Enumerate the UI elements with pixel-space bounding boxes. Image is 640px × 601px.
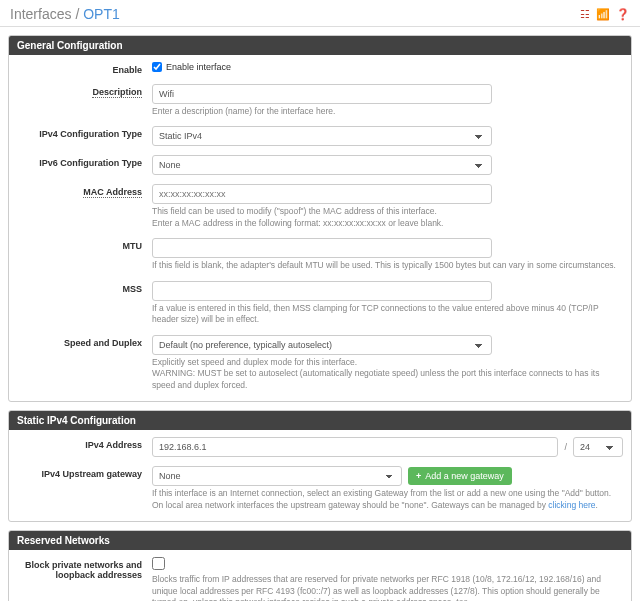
block-private-help: Blocks traffic from IP addresses that ar…	[152, 574, 623, 601]
gateway-help: If this interface is an Internet connect…	[152, 488, 623, 511]
gateway-help-link[interactable]: clicking here	[548, 500, 595, 510]
cidr-slash: /	[562, 442, 569, 452]
block-private-checkbox[interactable]	[152, 557, 165, 570]
description-help: Enter a description (name) for the inter…	[152, 106, 623, 117]
mtu-input[interactable]	[152, 238, 492, 258]
enable-checkbox-label: Enable interface	[166, 62, 231, 72]
panel-header-reserved: Reserved Networks	[9, 531, 631, 550]
label-description: Description	[92, 87, 142, 98]
label-ipv4addr: IPv4 Address	[17, 437, 152, 450]
cidr-select[interactable]: 24	[573, 437, 623, 457]
add-gateway-label: Add a new gateway	[425, 471, 504, 481]
label-mtu: MTU	[17, 238, 152, 251]
label-block-private: Block private networks and loopback addr…	[17, 557, 152, 580]
panel-general: General Configuration Enable Enable inte…	[8, 35, 632, 402]
add-gateway-button[interactable]: + Add a new gateway	[408, 467, 512, 485]
label-enable: Enable	[17, 62, 152, 75]
label-ipv6type: IPv6 Configuration Type	[17, 155, 152, 168]
breadcrumb: Interfaces / OPT1 ☷ 📶 ❓	[0, 0, 640, 27]
panel-static: Static IPv4 Configuration IPv4 Address /…	[8, 410, 632, 522]
mac-help: This field can be used to modify ("spoof…	[152, 206, 623, 229]
mtu-help: If this field is blank, the adapter's de…	[152, 260, 623, 271]
settings-icon[interactable]: ☷	[580, 8, 590, 21]
plus-icon: +	[416, 471, 421, 481]
ipv6type-select[interactable]: None	[152, 155, 492, 175]
label-speed: Speed and Duplex	[17, 335, 152, 348]
stats-icon[interactable]: 📶	[596, 8, 610, 21]
panel-header-static: Static IPv4 Configuration	[9, 411, 631, 430]
label-ipv4type: IPv4 Configuration Type	[17, 126, 152, 139]
speed-help: Explicitly set speed and duplex mode for…	[152, 357, 623, 391]
speed-select[interactable]: Default (no preference, typically autose…	[152, 335, 492, 355]
breadcrumb-path: Interfaces / OPT1	[10, 6, 120, 22]
help-icon[interactable]: ❓	[616, 8, 630, 21]
label-mss: MSS	[17, 281, 152, 294]
mss-help: If a value is entered in this field, the…	[152, 303, 623, 326]
mac-input[interactable]	[152, 184, 492, 204]
enable-checkbox[interactable]	[152, 62, 162, 72]
gateway-select[interactable]: None	[152, 466, 402, 486]
label-gateway: IPv4 Upstream gateway	[17, 466, 152, 479]
panel-header-general: General Configuration	[9, 36, 631, 55]
label-mac: MAC Address	[83, 187, 142, 198]
breadcrumb-sep: /	[75, 6, 79, 22]
header-actions: ☷ 📶 ❓	[580, 8, 630, 21]
description-input[interactable]	[152, 84, 492, 104]
breadcrumb-root[interactable]: Interfaces	[10, 6, 71, 22]
ipv4-input[interactable]	[152, 437, 558, 457]
enable-checkbox-wrap[interactable]: Enable interface	[152, 62, 623, 72]
breadcrumb-current[interactable]: OPT1	[83, 6, 120, 22]
ipv4type-select[interactable]: Static IPv4	[152, 126, 492, 146]
panel-reserved: Reserved Networks Block private networks…	[8, 530, 632, 601]
mss-input[interactable]	[152, 281, 492, 301]
